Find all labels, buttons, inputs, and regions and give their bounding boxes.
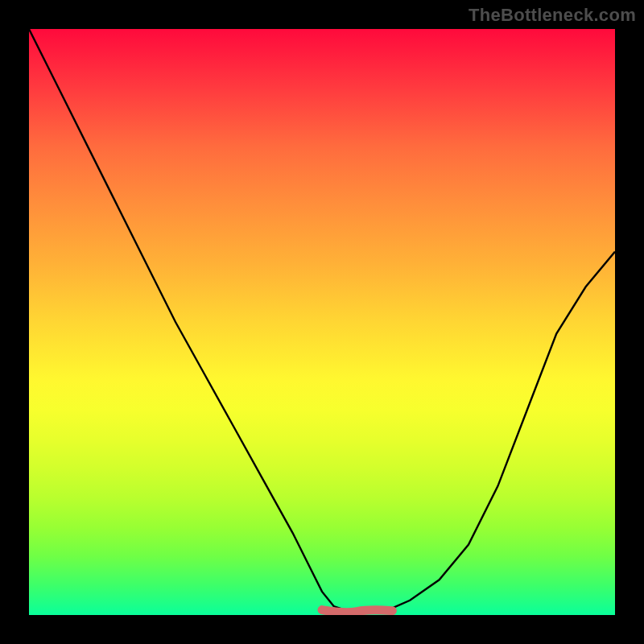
curve-layer: [29, 29, 615, 615]
watermark-text: TheBottleneck.com: [469, 5, 636, 26]
chart-frame: TheBottleneck.com: [0, 0, 644, 644]
bottleneck-curve: [29, 29, 615, 612]
flat-segment: [322, 610, 392, 613]
plot-area: [29, 29, 615, 615]
